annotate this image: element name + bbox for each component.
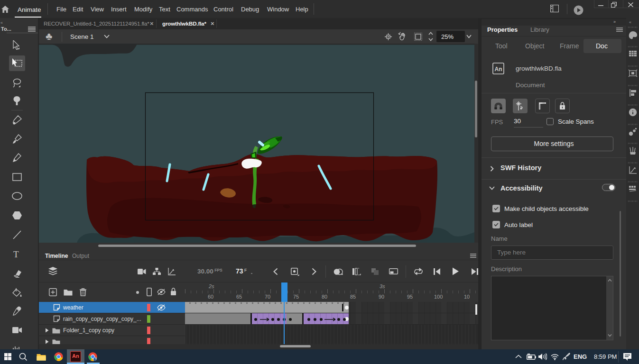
svg-text:An: An	[495, 66, 502, 73]
